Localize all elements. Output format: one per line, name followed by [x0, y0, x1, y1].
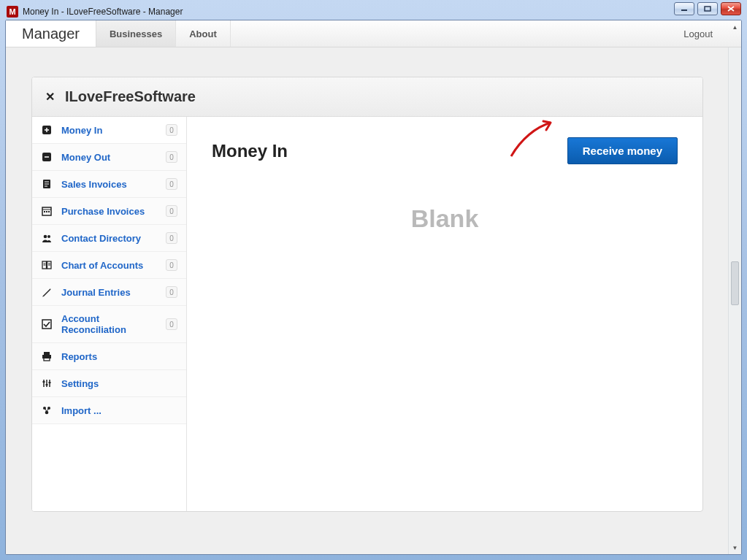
sidebar-item-purchase-invoices[interactable]: Purchase Invoices 0 [32, 198, 186, 225]
svg-rect-0 [681, 9, 687, 11]
sliders-icon [41, 377, 53, 389]
scroll-down-button[interactable]: ▼ [731, 542, 739, 553]
page-body: ✕ ILoveFreeSoftware Money In 0 [6, 47, 729, 554]
sidebar: Money In 0 Money Out 0 [32, 117, 187, 511]
sidebar-item-sales-invoices[interactable]: Sales Invoices 0 [32, 171, 186, 198]
sidebar-item-settings[interactable]: Settings [32, 370, 186, 397]
app-icon: M [7, 6, 18, 18]
page-title: Money In [212, 141, 288, 161]
sidebar-item-label: Chart of Accounts [61, 260, 157, 271]
scroll-thumb[interactable] [731, 261, 739, 305]
sidebar-item-label: Purchase Invoices [61, 206, 157, 217]
svg-point-9 [44, 235, 47, 239]
window-titlebar[interactable]: M Money In - ILoveFreeSoftware - Manager [4, 4, 743, 20]
maximize-icon [704, 6, 711, 12]
sidebar-item-count: 0 [166, 151, 177, 163]
svg-rect-8 [48, 211, 50, 212]
receive-money-button[interactable]: Receive money [567, 137, 678, 164]
sidebar-item-label: Account Reconciliation [61, 313, 157, 335]
svg-rect-19 [49, 382, 51, 383]
logout-link[interactable]: Logout [667, 20, 729, 47]
sidebar-item-count: 0 [166, 232, 177, 244]
sidebar-item-chart-of-accounts[interactable]: Chart of Accounts 0 [32, 252, 186, 279]
sidebar-item-count: 0 [166, 318, 177, 330]
tab-businesses[interactable]: Businesses [96, 20, 176, 47]
people-icon [41, 232, 53, 244]
pen-icon [41, 286, 53, 298]
sidebar-item-money-out[interactable]: Money Out 0 [32, 144, 186, 171]
receipt-icon [41, 178, 53, 190]
sidebar-item-label: Settings [61, 378, 177, 389]
sidebar-item-count: 0 [166, 178, 177, 190]
svg-rect-7 [46, 211, 47, 212]
sidebar-item-count: 0 [166, 205, 177, 217]
scroll-up-button[interactable]: ▲ [731, 22, 739, 32]
svg-rect-13 [42, 320, 51, 329]
close-icon [727, 6, 735, 12]
sidebar-item-contact-directory[interactable]: Contact Directory 0 [32, 225, 186, 252]
window-title: Money In - ILoveFreeSoftware - Manager [23, 7, 183, 17]
minimize-button[interactable] [674, 2, 694, 15]
sidebar-item-journal-entries[interactable]: Journal Entries 0 [32, 279, 186, 306]
window-controls [674, 2, 741, 15]
sidebar-item-reports[interactable]: Reports [32, 343, 186, 370]
sidebar-item-money-in[interactable]: Money In 0 [32, 117, 186, 144]
calendar-icon [41, 205, 53, 217]
panel-header: ✕ ILoveFreeSoftware [32, 77, 702, 117]
window-frame: M Money In - ILoveFreeSoftware - Manager… [0, 0, 747, 560]
check-box-icon [41, 318, 53, 330]
panel-close-icon[interactable]: ✕ [45, 91, 55, 103]
svg-rect-17 [43, 381, 45, 383]
app-client-area: ▲ ▼ Manager Businesses About Logout ✕ IL… [5, 20, 742, 555]
sidebar-item-label: Money Out [61, 152, 157, 163]
svg-point-10 [47, 235, 50, 238]
panel-body: Money In 0 Money Out 0 [32, 117, 702, 511]
minimize-icon [681, 6, 688, 12]
close-button[interactable] [721, 2, 741, 15]
sidebar-item-count: 0 [166, 286, 177, 298]
svg-rect-16 [44, 358, 50, 361]
maximize-button[interactable] [697, 2, 718, 15]
sidebar-item-label: Journal Entries [61, 287, 157, 298]
tab-about[interactable]: About [176, 20, 231, 47]
main-content: Money In Receive money Blank [187, 117, 702, 511]
svg-rect-18 [46, 384, 48, 386]
business-panel: ✕ ILoveFreeSoftware Money In 0 [31, 77, 703, 512]
printer-icon [41, 350, 53, 362]
main-header: Money In Receive money [212, 137, 678, 164]
sidebar-item-count: 0 [166, 124, 177, 136]
app-top-bar: Manager Businesses About Logout [6, 20, 741, 47]
sidebar-item-import[interactable]: Import ... [32, 397, 186, 424]
import-icon [41, 404, 53, 416]
plus-box-icon [41, 124, 53, 136]
svg-rect-14 [44, 352, 50, 355]
sidebar-item-count: 0 [166, 259, 177, 271]
svg-rect-6 [44, 211, 45, 212]
sidebar-item-label: Money In [61, 125, 157, 136]
blank-watermark: Blank [411, 204, 479, 233]
sidebar-item-label: Import ... [61, 405, 177, 416]
brand-label[interactable]: Manager [6, 20, 96, 47]
panel-title: ILoveFreeSoftware [65, 88, 196, 105]
sidebar-item-label: Reports [61, 351, 177, 362]
minus-box-icon [41, 151, 53, 163]
sidebar-item-label: Sales Invoices [61, 179, 157, 190]
sidebar-item-label: Contact Directory [61, 233, 157, 244]
book-icon [41, 259, 53, 271]
svg-rect-1 [705, 7, 710, 11]
sidebar-item-account-reconciliation[interactable]: Account Reconciliation 0 [32, 306, 186, 343]
